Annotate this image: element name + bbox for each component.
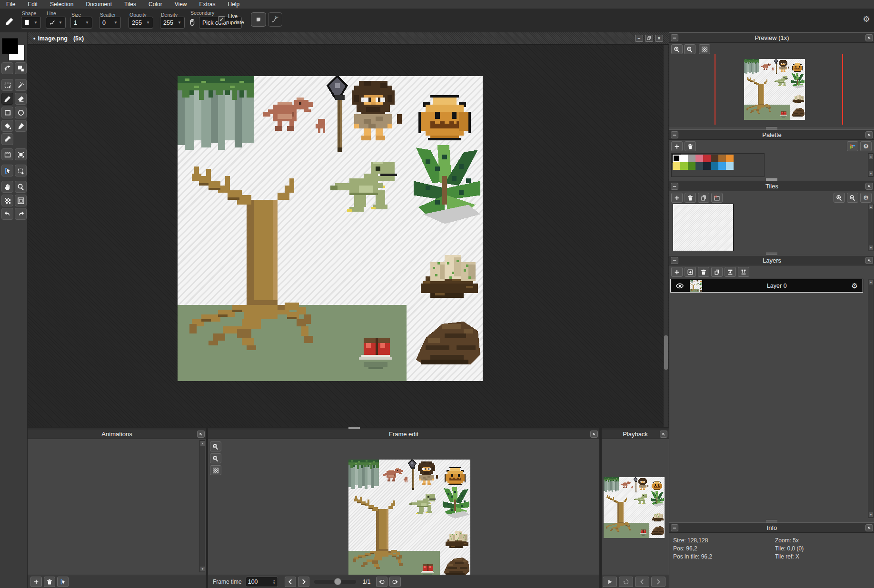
scroll-down-icon[interactable]: ▼ xyxy=(869,171,873,176)
palette-swatch-6[interactable] xyxy=(718,155,726,162)
select-animation-button[interactable] xyxy=(57,577,69,587)
palette-scrollbar[interactable]: ▲ ▼ xyxy=(868,153,874,177)
onion-skin-prev-button[interactable] xyxy=(376,577,387,587)
popout-button[interactable] xyxy=(660,431,667,438)
tool-redo[interactable] xyxy=(15,208,27,220)
spinner-arrows-icon[interactable]: ▲▼ xyxy=(273,579,276,585)
frame-zoom-in-button[interactable] xyxy=(210,441,221,451)
corner-shape-button[interactable] xyxy=(251,12,266,27)
tiles-scrollbar[interactable]: ▲ ▼ xyxy=(868,204,874,251)
scroll-up-icon[interactable]: ▲ xyxy=(869,154,873,159)
density-dropdown[interactable]: 255 ▼ xyxy=(160,17,185,29)
clear-tile-button[interactable] xyxy=(711,193,723,203)
collapse-button[interactable] xyxy=(671,257,678,264)
delete-animation-button[interactable] xyxy=(44,577,55,587)
add-group-button[interactable] xyxy=(685,267,696,277)
merge-down-button[interactable] xyxy=(725,267,736,277)
previous-frame-button[interactable] xyxy=(635,577,649,587)
tool-eyedropper[interactable] xyxy=(1,133,13,145)
tool-magic-wand[interactable] xyxy=(15,79,27,91)
tool-default-colors[interactable] xyxy=(15,62,27,74)
popout-button[interactable] xyxy=(865,34,873,41)
palette-swatch-13[interactable] xyxy=(711,162,718,170)
scroll-up-icon[interactable]: ▲ xyxy=(869,205,873,209)
add-layer-button[interactable] xyxy=(671,267,683,277)
palette-swatch-10[interactable] xyxy=(688,162,695,170)
merge-visible-button[interactable] xyxy=(738,267,749,277)
tool-swap-colors[interactable] xyxy=(1,62,13,74)
previous-frame-button[interactable] xyxy=(285,577,296,587)
popout-button[interactable] xyxy=(865,131,873,138)
tool-fill-bucket[interactable] xyxy=(1,120,13,132)
document-titlebar[interactable]: • image.png (5x) − × xyxy=(28,32,669,45)
layer-settings-gear-icon[interactable]: ⚙ xyxy=(852,282,858,289)
add-color-button[interactable] xyxy=(671,141,683,151)
restore-button[interactable] xyxy=(645,35,653,42)
menu-help[interactable]: Help xyxy=(222,0,246,9)
scroll-down-icon[interactable]: ▼ xyxy=(869,245,873,250)
tool-move-selection[interactable] xyxy=(1,165,13,176)
opacity-dropdown[interactable]: 255 ▼ xyxy=(129,17,153,29)
duplicate-tile-button[interactable] xyxy=(698,193,709,203)
menu-tiles[interactable]: Tiles xyxy=(118,0,142,9)
tool-transform[interactable] xyxy=(15,165,27,176)
scroll-down-icon[interactable]: ▼ xyxy=(869,512,873,517)
close-button[interactable]: × xyxy=(655,35,663,42)
palette-swatch-15[interactable] xyxy=(726,162,734,170)
tool-tile-select[interactable] xyxy=(15,148,27,160)
preview-zoom-out-button[interactable] xyxy=(684,44,695,54)
palette-swatch-4[interactable] xyxy=(703,155,711,162)
delete-tile-button[interactable] xyxy=(685,193,696,203)
palette-swatch-1[interactable] xyxy=(680,155,688,162)
tool-eraser[interactable] xyxy=(15,93,27,105)
menu-extras[interactable]: Extras xyxy=(193,0,221,9)
popout-button[interactable] xyxy=(590,431,598,438)
tool-undo[interactable] xyxy=(1,208,13,220)
collapse-button[interactable] xyxy=(671,524,678,531)
palette-swatch-9[interactable] xyxy=(680,162,688,170)
palette-swatch-5[interactable] xyxy=(711,155,718,162)
menu-view[interactable]: View xyxy=(169,0,193,9)
frame-zoom-out-button[interactable] xyxy=(210,453,221,463)
frame-slider[interactable] xyxy=(314,580,356,584)
collapse-button[interactable] xyxy=(671,34,678,41)
line-dropdown[interactable]: ▼ xyxy=(46,17,66,29)
live-update-checkbox[interactable]: ✓ xyxy=(218,16,225,23)
collapse-button[interactable] xyxy=(671,131,678,138)
delete-layer-button[interactable] xyxy=(698,267,709,277)
tool-tile-stamp[interactable] xyxy=(1,148,13,160)
canvas-vertical-scrollbar[interactable] xyxy=(664,45,668,427)
preview-zoom-in-button[interactable] xyxy=(671,44,683,54)
palette-swatch-8[interactable] xyxy=(673,162,680,170)
menu-color[interactable]: Color xyxy=(142,0,169,9)
primary-color-swatch[interactable] xyxy=(2,38,18,54)
scatter-dropdown[interactable]: 0 ▼ xyxy=(99,17,121,29)
next-frame-button[interactable] xyxy=(651,577,665,587)
tiles-zoom-out-button[interactable] xyxy=(847,193,858,203)
popout-button[interactable] xyxy=(197,431,205,438)
scrollbar-thumb[interactable] xyxy=(664,335,668,370)
play-button[interactable] xyxy=(603,577,617,587)
popout-button[interactable] xyxy=(865,524,873,531)
add-tile-button[interactable] xyxy=(671,193,683,203)
add-animation-button[interactable] xyxy=(30,577,42,587)
tool-ellipse[interactable] xyxy=(15,107,27,118)
scroll-down-icon[interactable]: ▼ xyxy=(200,567,205,571)
menu-selection[interactable]: Selection xyxy=(44,0,79,9)
tile-item[interactable] xyxy=(673,204,734,251)
preview-transparency-button[interactable] xyxy=(699,44,710,54)
palette-swatch-2[interactable] xyxy=(688,155,695,162)
menu-edit[interactable]: Edit xyxy=(21,0,44,9)
eye-icon[interactable] xyxy=(675,282,684,290)
tiles-settings-button[interactable]: ⚙ xyxy=(860,193,872,203)
frame-thumbnail[interactable] xyxy=(348,460,470,581)
tool-rectangle[interactable] xyxy=(1,107,13,118)
layer-row[interactable]: Layer 0 ⚙ xyxy=(670,279,863,293)
palette-swatch-14[interactable] xyxy=(718,162,726,170)
palette-swatch-11[interactable] xyxy=(695,162,703,170)
palette-swatch-3[interactable] xyxy=(695,155,703,162)
frame-time-spinner[interactable]: 100 ▲▼ xyxy=(246,577,278,587)
popout-button[interactable] xyxy=(865,183,873,190)
collapse-button[interactable] xyxy=(671,183,678,190)
palette-swatch-0[interactable] xyxy=(673,155,680,162)
